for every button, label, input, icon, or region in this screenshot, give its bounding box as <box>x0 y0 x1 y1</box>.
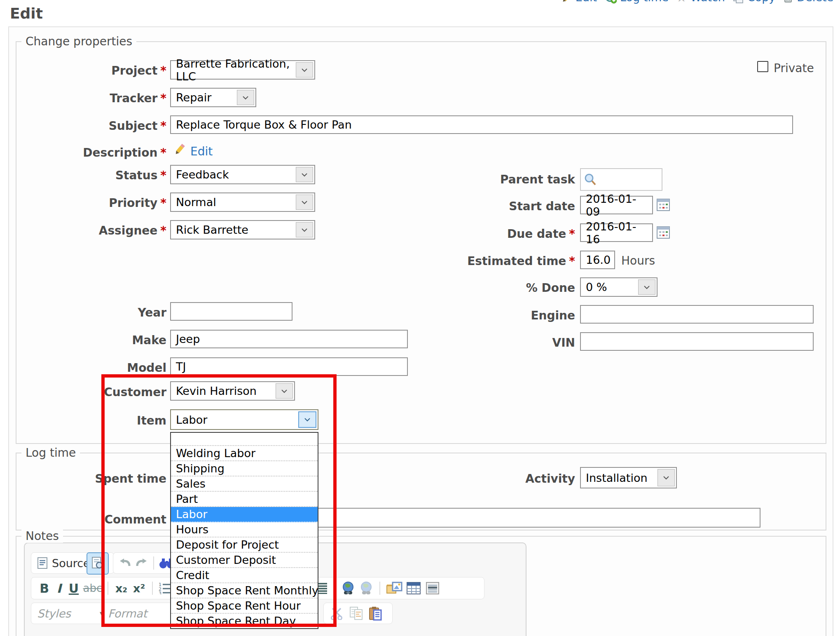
parent-task-label: Parent task <box>412 173 575 186</box>
italic-button[interactable]: I <box>52 581 66 596</box>
estimated-time-label: Estimated time* <box>412 254 575 268</box>
link-button[interactable] <box>339 581 357 595</box>
trash-icon <box>783 0 793 4</box>
div-container-button[interactable] <box>423 582 442 595</box>
item-label: Item <box>41 414 166 427</box>
copy-icon <box>732 0 744 4</box>
delete-link[interactable]: Delete <box>783 0 833 4</box>
hours-unit-label: Hours <box>621 254 655 268</box>
chevron-down-icon[interactable] <box>638 279 655 295</box>
estimated-time-input[interactable]: 16.0 <box>580 251 615 269</box>
copy-link[interactable]: Copy <box>732 0 776 4</box>
percent-done-select[interactable]: 0 % <box>580 277 657 297</box>
chevron-down-icon[interactable] <box>296 222 313 237</box>
underline-button[interactable]: U <box>66 581 82 596</box>
chevron-down-icon[interactable] <box>298 411 316 428</box>
chevron-down-icon[interactable] <box>296 62 313 77</box>
tracker-label: Tracker* <box>41 92 166 105</box>
chevron-down-icon[interactable] <box>237 90 254 105</box>
status-select[interactable]: Feedback <box>170 165 315 184</box>
redo-button[interactable] <box>133 558 149 568</box>
item-dropdown-option[interactable] <box>171 433 318 446</box>
styles-dropdown[interactable]: Styles ▾ <box>31 603 110 624</box>
item-dropdown-option[interactable]: Shop Space Rent Hour <box>171 598 318 614</box>
chevron-down-icon[interactable] <box>296 195 313 210</box>
clock-add-icon <box>604 0 617 4</box>
item-dropdown-option[interactable]: Welding Labor <box>171 446 318 461</box>
spent-time-label: Spent time <box>41 472 166 486</box>
comment-label: Comment <box>41 513 166 526</box>
text-block-icon <box>426 582 440 595</box>
preview-button[interactable] <box>87 552 109 575</box>
project-label: Project* <box>41 64 166 77</box>
year-input[interactable] <box>170 302 292 321</box>
strikethrough-button[interactable]: abc <box>82 582 104 594</box>
paste-button[interactable] <box>366 606 386 621</box>
edit-link[interactable]: Edit <box>561 0 597 4</box>
parent-task-input[interactable] <box>580 168 662 191</box>
chevron-down-icon[interactable] <box>296 167 313 182</box>
assignee-label: Assignee* <box>41 224 166 237</box>
calendar-icon[interactable] <box>657 226 670 239</box>
tracker-select[interactable]: Repair <box>170 88 256 107</box>
priority-select[interactable]: Normal <box>170 192 315 212</box>
engine-label: Engine <box>412 309 575 322</box>
calendar-icon[interactable] <box>657 199 670 211</box>
paste-clipboard-icon <box>369 606 383 621</box>
item-dropdown-option[interactable]: Hours <box>171 522 318 537</box>
pencil-icon <box>561 0 572 3</box>
item-dropdown-option[interactable]: Customer Deposit <box>171 553 318 568</box>
item-dropdown-option[interactable]: Shop Space Rent Day <box>171 614 318 628</box>
due-date-label: Due date* <box>412 227 575 241</box>
percent-done-label: % Done <box>412 281 575 295</box>
customer-label: Customer <box>41 385 166 399</box>
customer-select[interactable]: Kevin Harrison <box>170 381 295 401</box>
superscript-button[interactable]: x² <box>130 582 148 595</box>
year-label: Year <box>41 306 166 319</box>
model-label: Model <box>41 361 166 375</box>
scissors-icon <box>330 607 345 620</box>
item-dropdown-option[interactable]: Part <box>171 492 318 507</box>
item-select[interactable]: Labor <box>170 409 318 430</box>
item-dropdown-option[interactable]: Deposit for Project <box>171 537 318 553</box>
log-time-link[interactable]: Log time <box>604 0 669 4</box>
format-dropdown[interactable]: Format ▾ <box>102 603 181 624</box>
table-icon <box>406 582 421 595</box>
image-button[interactable] <box>384 581 404 595</box>
log-time-legend: Log time <box>21 446 80 460</box>
due-date-input[interactable]: 2016-01-16 <box>580 223 653 242</box>
search-icon <box>584 173 597 186</box>
unlink-button[interactable] <box>357 581 375 595</box>
table-button[interactable] <box>404 582 423 595</box>
activity-select[interactable]: Installation <box>580 467 677 488</box>
make-input[interactable]: Jeep <box>170 330 408 348</box>
cut-button[interactable] <box>328 607 347 620</box>
activity-label: Activity <box>412 472 575 486</box>
chevron-down-icon[interactable] <box>276 383 293 399</box>
priority-label: Priority* <box>41 196 166 210</box>
item-dropdown-option[interactable]: Sales <box>171 476 318 492</box>
item-dropdown-option[interactable]: Shipping <box>171 461 318 476</box>
item-dropdown-option-selected[interactable]: Labor <box>171 507 318 522</box>
item-dropdown-option[interactable]: Shop Space Rent Monthly <box>171 583 318 598</box>
private-checkbox[interactable] <box>757 61 768 72</box>
assignee-select[interactable]: Rick Barrette <box>170 220 315 239</box>
copy-button[interactable] <box>347 606 366 620</box>
engine-input[interactable] <box>580 305 814 324</box>
model-input[interactable]: TJ <box>170 357 408 376</box>
watch-link[interactable]: ★ Watch <box>676 0 725 4</box>
subscript-button[interactable]: x₂ <box>112 582 130 595</box>
start-date-input[interactable]: 2016-01-09 <box>580 196 653 214</box>
vin-label: VIN <box>412 336 575 350</box>
description-edit-link[interactable]: Edit <box>190 145 213 158</box>
project-select[interactable]: Barrette Fabrication, LLC <box>170 60 315 80</box>
item-dropdown-option[interactable]: Credit <box>171 568 318 583</box>
notes-legend: Notes <box>21 529 63 543</box>
chevron-down-icon[interactable] <box>657 469 675 486</box>
private-label: Private <box>774 61 814 75</box>
vin-input[interactable] <box>580 332 814 351</box>
item-dropdown-list: Welding Labor Shipping Sales Part Labor … <box>170 432 318 629</box>
undo-button[interactable] <box>117 558 133 568</box>
subject-input[interactable]: Replace Torque Box & Floor Pan <box>170 115 793 134</box>
bold-button[interactable]: B <box>36 581 52 596</box>
